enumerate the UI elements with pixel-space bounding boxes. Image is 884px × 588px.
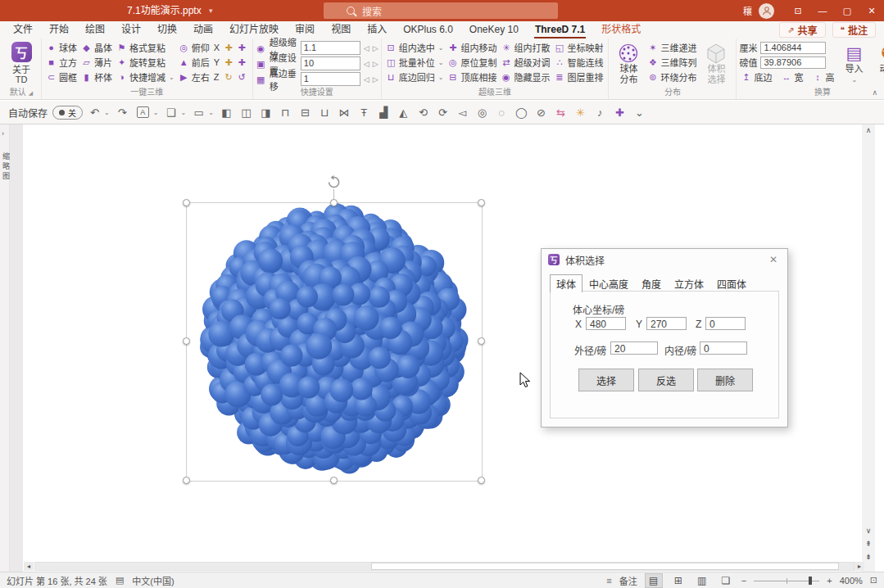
dialog-tab-3[interactable]: 角度 (635, 274, 668, 292)
normal-view-button[interactable]: ▤ (645, 573, 663, 588)
batch-fill-button[interactable]: ◫批量补位⌄ (384, 55, 446, 70)
zoom-level[interactable]: 400% (840, 576, 863, 586)
rotate-paste-button[interactable]: ✦旋转复粘 (115, 55, 176, 70)
menu-tab-2[interactable]: 开始 (41, 21, 77, 38)
user-badge[interactable]: 穰 (743, 4, 752, 17)
menu-tab-3[interactable]: 绘图 (77, 21, 113, 38)
dropdown-icon[interactable]: ⌄ (153, 109, 159, 116)
resize-handle-5[interactable] (478, 337, 485, 345)
scatter-button[interactable]: ✳组内打散 (499, 40, 551, 55)
cup-button[interactable]: ▮杯体 (79, 70, 114, 84)
wrap-dist-button[interactable]: ⊚环绕分布 (646, 70, 698, 84)
menu-tab-10[interactable]: 插入 (359, 21, 395, 38)
dialog-tab-5[interactable]: 四面体 (710, 274, 753, 292)
shapes-icon[interactable]: ❑ (164, 106, 178, 119)
pt-value-input[interactable]: 39.87906 (760, 57, 826, 69)
sphere-distribution-button[interactable]: 球体分布 (611, 40, 646, 85)
axis-minus-icon[interactable]: ✚ (224, 56, 234, 69)
combine-icon[interactable]: ⊘ (534, 106, 548, 119)
comments-button[interactable]: ❝ 批注 (832, 22, 876, 38)
dropdown-icon[interactable]: ⌄ (104, 109, 110, 116)
spinner-right-icon[interactable]: ▷ (373, 60, 379, 68)
minimize-button[interactable]: — (810, 0, 835, 21)
group-move-button[interactable]: ✚组内移动 (446, 40, 498, 55)
sphere-button[interactable]: ●球体 (44, 40, 79, 55)
slide-sorter-button[interactable]: ⊞ (670, 574, 687, 587)
scroll-left-icon[interactable]: ◂ (24, 562, 34, 571)
spinner-right-icon[interactable]: ▷ (373, 44, 379, 52)
swap-color-icon[interactable]: ⇆ (554, 106, 568, 119)
dialog-launcher-icon[interactable]: ◢ (29, 90, 33, 96)
axis-plus-icon[interactable]: ✚ (237, 41, 247, 54)
close-button[interactable]: ✕ (859, 0, 884, 21)
more-icon[interactable]: ⌄ (632, 106, 646, 119)
invert-select-button[interactable]: 反选 (638, 369, 694, 391)
spinner-left-icon[interactable]: ◁ (364, 44, 369, 52)
title-dropdown-icon[interactable]: ▾ (209, 0, 213, 21)
menu-tab-1[interactable]: 文件 (5, 21, 41, 38)
redo-icon[interactable]: ↷ (116, 106, 129, 119)
coord-map-button[interactable]: ◱坐标映射 (552, 40, 605, 55)
resize-handle-3[interactable] (478, 199, 485, 206)
slide-canvas[interactable]: › 缩略图 丂 体积选择 ✕ 球体中心高度角度立方体四面体 体心坐标/磅 X48… (0, 124, 884, 572)
proofing-icon[interactable]: ▤ (116, 575, 124, 586)
align-bottom-icon[interactable]: ⊔ (318, 106, 332, 119)
format-paste-button[interactable]: ⚑格式复粘 (115, 40, 176, 55)
animation-button[interactable]: ✪动画⌄ (871, 40, 884, 85)
bottom-edge-button[interactable]: ↥底边 (739, 70, 773, 84)
maximize-button[interactable]: ▢ (835, 0, 859, 21)
text-fit-icon[interactable]: Ŧ (357, 106, 371, 119)
spinner-left-icon[interactable]: ◁ (364, 75, 369, 84)
align-left-icon[interactable]: ◧ (220, 106, 233, 119)
thumbnail-panel-collapsed[interactable]: › 缩略图 (0, 124, 10, 572)
reading-view-button[interactable]: ▥ (694, 574, 710, 587)
language-indicator[interactable]: 中文(中国) (132, 574, 174, 587)
axis-z-controls[interactable]: Z↻↺ (212, 70, 249, 84)
menu-tab-11[interactable]: OKPlus 6.0 (395, 21, 461, 38)
expand-panel-icon[interactable]: › (2, 129, 4, 138)
distribute-icon[interactable]: ⋈ (338, 106, 351, 119)
dialog-tab-1[interactable]: 球体 (550, 274, 583, 292)
hide-show-button[interactable]: ◉隐藏显示 (499, 70, 551, 84)
rotation-handle[interactable] (327, 175, 341, 192)
resize-handle-8[interactable] (478, 477, 485, 484)
delete-button[interactable]: 删除 (697, 369, 753, 391)
progress-3d-button[interactable]: ✶三维递进 (646, 40, 698, 55)
horizontal-scrollbar[interactable] (34, 562, 855, 571)
dialog-tab-2[interactable]: 中心高度 (583, 274, 635, 292)
vertical-scrollbar[interactable]: ∧ ∨ ⇞ ⇟ (862, 124, 875, 572)
resize-handle-4[interactable] (183, 337, 190, 345)
layer-button[interactable]: ≣图层重排 (552, 70, 605, 84)
menu-tab-5[interactable]: 切换 (149, 21, 185, 38)
left-right-button[interactable]: ▶左右 (177, 70, 211, 84)
coord-input-x[interactable]: 480 (586, 317, 626, 330)
scroll-down-icon[interactable]: ∨ (862, 527, 875, 535)
fit-to-window-button[interactable]: ⊡ (870, 575, 877, 586)
width-button[interactable]: ↔宽 (779, 70, 805, 84)
array-3d-button[interactable]: ❖三维阵列 (646, 55, 698, 70)
menu-tab-13[interactable]: ThreeD 7.1 (527, 21, 593, 38)
axis-x-controls[interactable]: X✚✚ (212, 40, 249, 55)
bottom-return-button[interactable]: ⊔底边回归⌄ (384, 70, 446, 84)
ring-button[interactable]: ⊂圆框 (44, 70, 79, 84)
zoom-out-button[interactable]: − (741, 576, 746, 586)
menu-tab-14[interactable]: 形状格式 (593, 21, 649, 38)
coord-input-z[interactable]: 0 (705, 317, 746, 330)
dialog-tab-4[interactable]: 立方体 (668, 274, 710, 292)
axis-plus-icon[interactable]: ✚ (237, 56, 247, 69)
search-box[interactable]: 搜索 (324, 2, 558, 19)
coord-input-y[interactable]: 270 (646, 317, 687, 330)
crystal-button[interactable]: ◆晶体 (79, 40, 114, 55)
resize-handle-6[interactable] (183, 477, 190, 484)
menu-tab-4[interactable]: 设计 (113, 21, 149, 38)
pitch-button[interactable]: ◎俯仰 (177, 40, 211, 55)
oval-icon[interactable]: ◯ (515, 106, 528, 119)
bottom-shift-input[interactable]: 1 (301, 72, 360, 86)
spinner-left-icon[interactable]: ◁ (364, 60, 369, 68)
collapse-ribbon-icon[interactable]: ∧ (872, 88, 877, 97)
axis-minus-icon[interactable]: ↻ (224, 70, 234, 84)
flip-horizontal-icon[interactable]: ◅ (456, 106, 469, 119)
horizontal-scroll-thumb[interactable] (371, 563, 839, 570)
dialog-titlebar[interactable]: 丂 体积选择 ✕ (542, 249, 787, 270)
cm-value-input[interactable]: 1.406844 (760, 42, 826, 54)
